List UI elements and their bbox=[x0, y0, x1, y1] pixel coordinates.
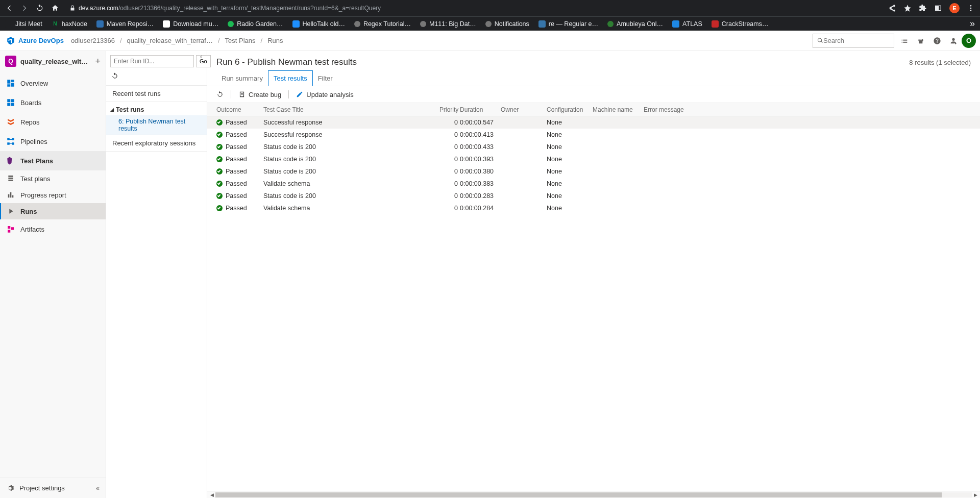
col-configuration[interactable]: Configuration bbox=[547, 106, 593, 113]
collapse-panel-icon[interactable]: ‹ bbox=[200, 53, 207, 60]
cell-configuration: None bbox=[547, 192, 593, 200]
bookmark-item[interactable]: Notifications bbox=[485, 20, 529, 28]
reload-icon[interactable] bbox=[36, 4, 44, 12]
bookmark-favicon bbox=[163, 20, 170, 28]
table-row[interactable]: PassedStatus code is 20000:00:00.283None bbox=[207, 190, 980, 202]
bookmark-item[interactable]: Maven Reposi… bbox=[96, 20, 154, 28]
cell-configuration: None bbox=[547, 156, 593, 163]
test-runs-tree-header[interactable]: ◢ Test runs bbox=[106, 102, 207, 115]
table-row[interactable]: PassedSuccessful response00:00:00.547Non… bbox=[207, 116, 980, 129]
recent-test-runs[interactable]: Recent test runs bbox=[106, 86, 207, 102]
bookmark-item[interactable]: CrackStreams… bbox=[712, 20, 769, 28]
bookmark-item[interactable]: Download mu… bbox=[163, 20, 218, 28]
address-bar[interactable]: dev.azure.com/odluser213366/quality_rele… bbox=[66, 1, 881, 15]
cell-priority: 0 bbox=[439, 119, 460, 126]
marketplace-icon[interactable] bbox=[917, 37, 925, 45]
table-row[interactable]: PassedStatus code is 20000:00:00.433None bbox=[207, 141, 980, 153]
crumb-page[interactable]: Runs bbox=[267, 37, 283, 44]
user-settings-icon[interactable] bbox=[949, 37, 958, 45]
new-item-button[interactable]: + bbox=[95, 56, 101, 67]
crumb-project[interactable]: quality_release_with_terraf… bbox=[127, 37, 213, 44]
cell-priority: 0 bbox=[439, 143, 460, 151]
col-outcome[interactable]: Outcome bbox=[216, 106, 263, 113]
run-id-input[interactable] bbox=[110, 55, 194, 67]
refresh-results-icon[interactable] bbox=[216, 91, 224, 98]
nav-item-overview[interactable]: Overview bbox=[0, 73, 106, 93]
nav-item-repos[interactable]: Repos bbox=[0, 112, 106, 132]
home-icon[interactable] bbox=[51, 4, 59, 12]
bookmark-item[interactable]: HelloTalk old… bbox=[292, 20, 345, 28]
user-avatar[interactable]: O bbox=[962, 34, 976, 48]
crumb-area[interactable]: Test Plans bbox=[225, 37, 256, 44]
cell-outcome: Passed bbox=[216, 131, 263, 138]
extensions-icon[interactable] bbox=[919, 4, 927, 12]
kebab-icon[interactable] bbox=[967, 4, 975, 12]
bookmarks-overflow-icon[interactable]: » bbox=[970, 18, 975, 29]
tab-test-results[interactable]: Test results bbox=[268, 70, 313, 86]
update-analysis-button[interactable]: Update analysis bbox=[296, 91, 354, 98]
crumb-org[interactable]: odluser213366 bbox=[71, 37, 115, 44]
test-run-item[interactable]: 6: Publish Newman test results bbox=[106, 115, 207, 135]
cell-configuration: None bbox=[547, 205, 593, 212]
global-search[interactable] bbox=[813, 34, 894, 48]
col-title[interactable]: Test Case Title bbox=[263, 106, 439, 113]
col-machine[interactable]: Machine name bbox=[593, 106, 644, 113]
col-priority[interactable]: Priority bbox=[439, 106, 460, 113]
bookmark-item[interactable]: Regex Tutorial… bbox=[354, 20, 411, 28]
share-icon[interactable] bbox=[888, 4, 896, 12]
help-icon[interactable] bbox=[933, 37, 941, 45]
panel-icon[interactable] bbox=[934, 4, 942, 12]
search-input[interactable] bbox=[823, 37, 890, 44]
bookmark-favicon bbox=[5, 20, 12, 28]
project-selector[interactable]: Q quality_release_with_t… + bbox=[0, 51, 106, 71]
bookmark-item[interactable]: ATLAS bbox=[672, 20, 702, 28]
cell-configuration: None bbox=[547, 119, 593, 126]
nav-item-test-plans[interactable]: Test Plans bbox=[0, 151, 106, 170]
scroll-thumb[interactable] bbox=[215, 492, 942, 497]
nav-sub-test-plans[interactable]: Test plans bbox=[0, 170, 106, 187]
nav-item-pipelines[interactable]: Pipelines bbox=[0, 132, 106, 151]
passed-icon bbox=[216, 193, 223, 199]
nav-item-artifacts[interactable]: Artifacts bbox=[0, 219, 106, 239]
horizontal-scrollbar[interactable]: ◀ ▶ bbox=[207, 491, 980, 498]
col-duration[interactable]: Duration bbox=[460, 106, 501, 113]
cell-priority: 0 bbox=[439, 205, 460, 212]
bookmark-item[interactable]: re — Regular e… bbox=[538, 20, 598, 28]
recent-exploratory-sessions[interactable]: Recent exploratory sessions bbox=[106, 135, 207, 152]
bookmark-favicon bbox=[672, 20, 679, 28]
project-settings-link[interactable]: Project settings « bbox=[0, 478, 106, 498]
browser-profile-avatar[interactable]: E bbox=[949, 3, 960, 13]
star-icon[interactable] bbox=[903, 4, 912, 12]
bookmark-favicon bbox=[607, 21, 614, 27]
table-row[interactable]: PassedStatus code is 20000:00:00.393None bbox=[207, 153, 980, 165]
scroll-right-icon[interactable]: ▶ bbox=[973, 492, 978, 497]
bookmark-item[interactable]: Jitsi Meet bbox=[5, 20, 42, 28]
table-row[interactable]: PassedValidate schema00:00:00.383None bbox=[207, 178, 980, 190]
col-error[interactable]: Error message bbox=[644, 106, 971, 113]
table-header: Outcome Test Case Title Priority Duratio… bbox=[207, 103, 980, 116]
bookmark-item[interactable]: Radio Garden… bbox=[228, 20, 283, 28]
col-owner[interactable]: Owner bbox=[501, 106, 547, 113]
bookmark-item[interactable]: NhaxNode bbox=[52, 20, 87, 28]
cell-outcome: Passed bbox=[216, 119, 263, 126]
table-row[interactable]: PassedValidate schema00:00:00.284None bbox=[207, 202, 980, 214]
forward-icon[interactable] bbox=[20, 4, 29, 12]
create-bug-button[interactable]: Create bug bbox=[238, 91, 281, 98]
cell-priority: 0 bbox=[439, 131, 460, 138]
bookmark-item[interactable]: M111: Big Dat… bbox=[420, 20, 476, 28]
nav-sub-progress-report[interactable]: Progress report bbox=[0, 187, 106, 203]
collapse-nav-icon[interactable]: « bbox=[96, 484, 100, 492]
artifacts-icon bbox=[6, 225, 15, 234]
scroll-left-icon[interactable]: ◀ bbox=[209, 492, 214, 497]
list-icon[interactable] bbox=[900, 37, 909, 45]
refresh-icon[interactable] bbox=[111, 72, 118, 80]
tab-filter[interactable]: Filter bbox=[313, 71, 338, 86]
table-row[interactable]: PassedStatus code is 20000:00:00.380None bbox=[207, 165, 980, 178]
nav-item-boards[interactable]: Boards bbox=[0, 93, 106, 112]
bookmark-item[interactable]: Amubieya Onl… bbox=[607, 20, 663, 28]
nav-sub-runs[interactable]: Runs bbox=[0, 203, 106, 219]
azure-devops-logo[interactable]: Azure DevOps bbox=[6, 36, 64, 45]
back-icon[interactable] bbox=[5, 4, 13, 12]
table-row[interactable]: PassedSuccessful response00:00:00.413Non… bbox=[207, 129, 980, 141]
tab-run-summary[interactable]: Run summary bbox=[216, 71, 268, 86]
